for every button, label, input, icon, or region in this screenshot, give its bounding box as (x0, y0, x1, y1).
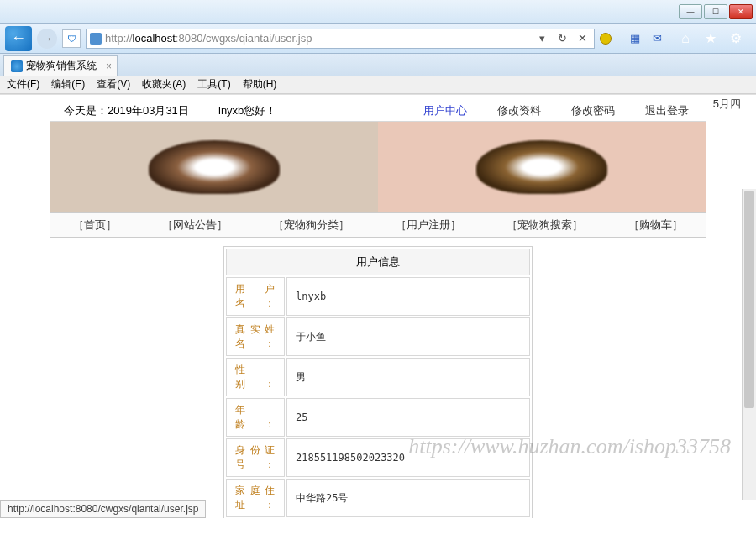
url-text: http://localhost:8080/cwgxs/qiantai/user… (105, 32, 530, 45)
security-shield-icon[interactable]: 🛡 (62, 29, 81, 48)
nav-notice[interactable]: ［网站公告］ (162, 218, 228, 233)
forward-button[interactable]: → (37, 29, 57, 49)
stop-button[interactable]: ✕ (574, 30, 591, 47)
back-button[interactable]: ← (5, 26, 32, 51)
tab-close-icon[interactable]: × (106, 60, 112, 72)
nav-cart[interactable]: ［购物车］ (628, 218, 683, 233)
label-gender: 性 别： (226, 358, 285, 396)
banner (50, 122, 706, 212)
home-icon[interactable]: ⌂ (677, 30, 694, 47)
menu-help[interactable]: 帮助(H) (243, 77, 277, 92)
link-logout[interactable]: 退出登录 (645, 103, 689, 118)
today-date: 今天是：2019年03月31日 (50, 103, 218, 118)
compat-view-icon[interactable] (600, 33, 612, 45)
banner-image-right (378, 122, 706, 212)
info-title: 用户信息 (226, 249, 530, 275)
toolbar-icon-2[interactable]: ✉ (648, 30, 665, 47)
minimize-button[interactable]: — (679, 4, 702, 19)
top-nav-links: 用户中心 修改资料 修改密码 退出登录 (344, 103, 706, 118)
address-bar[interactable]: http://localhost:8080/cwgxs/qiantai/user… (86, 29, 595, 49)
tab-favicon (11, 60, 23, 72)
menu-view[interactable]: 查看(V) (97, 77, 130, 92)
value-username: lnyxb (286, 277, 530, 316)
toolbar-icon-1[interactable]: ▦ (627, 30, 643, 47)
nav-register[interactable]: ［用户注册］ (396, 218, 461, 233)
window-titlebar: — ☐ ✕ (0, 0, 756, 24)
scrollbar-thumb[interactable] (744, 191, 754, 408)
page-content: 5月四 今天是：2019年03月31日 lnyxb您好！ 用户中心 修改资料 修… (0, 94, 756, 518)
link-edit-profile[interactable]: 修改资料 (497, 103, 541, 118)
tab-title: 宠物狗销售系统 (26, 59, 97, 73)
user-info-table: 用户信息 用 户 名： lnyxb 真实姓名： 于小鱼 性 别： 男 年 龄： … (223, 246, 533, 518)
maximize-button[interactable]: ☐ (704, 4, 727, 19)
label-realname: 真实姓名： (226, 317, 285, 356)
menu-tools[interactable]: 工具(T) (197, 77, 230, 92)
dropdown-icon[interactable]: ▾ (533, 30, 550, 47)
menu-bar: 文件(F) 编辑(E) 查看(V) 收藏夹(A) 工具(T) 帮助(H) (0, 76, 756, 94)
status-bar: http://localhost:8080/cwgxs/qiantai/user… (0, 500, 206, 518)
menu-file[interactable]: 文件(F) (7, 77, 39, 92)
label-address: 家庭住址： (226, 479, 285, 517)
greeting: lnyxb您好！ (218, 103, 344, 118)
label-age: 年 龄： (226, 398, 285, 437)
tab-bar: 宠物狗销售系统 × (0, 54, 756, 76)
value-idcard: 218551198502023320 (286, 438, 530, 477)
tools-icon[interactable]: ⚙ (727, 30, 744, 47)
main-nav: ［首页］ ［网站公告］ ［宠物狗分类］ ［用户注册］ ［宠物狗搜索］ ［购物车］ (50, 212, 706, 238)
refresh-button[interactable]: ↻ (554, 30, 570, 47)
menu-edit[interactable]: 编辑(E) (51, 77, 85, 92)
browser-toolbar: ← → 🛡 http://localhost:8080/cwgxs/qianta… (0, 24, 756, 54)
chrome-icons: ⌂ ★ ⚙ (670, 30, 751, 47)
date-corner: 5月四 (713, 97, 741, 112)
close-button[interactable]: ✕ (729, 4, 753, 19)
favorites-icon[interactable]: ★ (702, 30, 719, 47)
top-info-bar: 今天是：2019年03月31日 lnyxb您好！ 用户中心 修改资料 修改密码 … (50, 95, 706, 122)
value-age: 25 (286, 398, 530, 437)
link-user-center[interactable]: 用户中心 (423, 103, 467, 118)
browser-tab[interactable]: 宠物狗销售系统 × (3, 55, 118, 76)
banner-image-left (50, 122, 378, 212)
scrollbar-vertical[interactable] (742, 189, 756, 500)
link-change-password[interactable]: 修改密码 (571, 103, 615, 118)
value-address: 中华路25号 (286, 479, 530, 517)
label-username: 用 户 名： (226, 277, 285, 316)
value-gender: 男 (286, 358, 530, 396)
menu-favorites[interactable]: 收藏夹(A) (142, 77, 186, 92)
nav-search[interactable]: ［宠物狗搜索］ (507, 218, 583, 233)
nav-home[interactable]: ［首页］ (73, 218, 117, 233)
label-idcard: 身份证号： (226, 438, 285, 477)
value-realname: 于小鱼 (286, 317, 530, 356)
nav-category[interactable]: ［宠物狗分类］ (273, 218, 349, 233)
site-icon (90, 33, 102, 45)
